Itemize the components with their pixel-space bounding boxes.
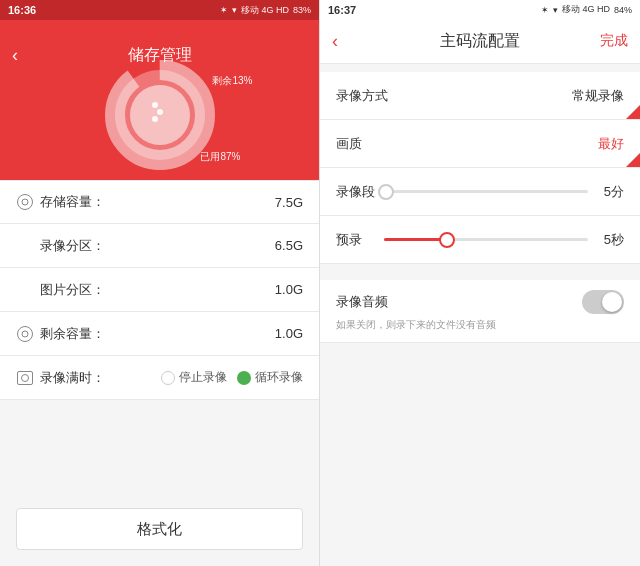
record-segment-row: 录像段 5分 — [320, 168, 640, 216]
remaining-icon — [16, 325, 34, 343]
quality-corner — [626, 153, 640, 167]
done-button[interactable]: 完成 — [600, 32, 628, 50]
record-segment-track[interactable] — [384, 190, 588, 193]
pre-record-track[interactable] — [384, 238, 588, 241]
quality-value: 最好 — [598, 135, 624, 153]
pre-record-fill — [384, 238, 445, 241]
right-header: 16:37 ✶ ▾ 移动 4G HD 84% ‹ 主码流配置 完成 — [320, 0, 640, 64]
left-header: 16:36 ✶ ▾ 移动 4G HD 83% ‹ 储存管理 — [0, 0, 319, 180]
left-back-button[interactable]: ‹ — [12, 45, 18, 66]
right-bluetooth-icon: ✶ — [541, 5, 549, 15]
battery-label: 83% — [293, 5, 311, 15]
top-divider — [320, 64, 640, 72]
svg-point-5 — [152, 116, 158, 122]
used-label: 已用87% — [200, 150, 240, 164]
photo-partition-row: 图片分区： 1.0G — [0, 268, 319, 312]
loop-record-radio-active[interactable] — [237, 371, 251, 385]
quality-row[interactable]: 画质 最好 — [320, 120, 640, 168]
right-page-title: 主码流配置 — [440, 31, 520, 52]
donut-ring — [105, 60, 215, 170]
right-back-button[interactable]: ‹ — [332, 31, 338, 52]
pre-record-thumb[interactable] — [439, 232, 455, 248]
wifi-icon: ▾ — [232, 5, 237, 15]
record-mode-corner — [626, 105, 640, 119]
right-network-label: 移动 4G HD — [562, 3, 610, 16]
when-full-label: 录像满时： — [40, 369, 161, 387]
format-button[interactable]: 格式化 — [16, 508, 303, 550]
remaining-label-text: 剩余容量： — [40, 325, 275, 343]
audio-top: 录像音频 — [336, 290, 624, 314]
record-segment-thumb[interactable] — [378, 184, 394, 200]
record-mode-label: 录像方式 — [336, 87, 572, 105]
pre-record-value: 5秒 — [596, 231, 624, 249]
svg-point-3 — [152, 102, 158, 108]
video-partition-value: 6.5G — [275, 238, 303, 253]
photo-partition-value: 1.0G — [275, 282, 303, 297]
left-status-bar: 16:36 ✶ ▾ 移动 4G HD 83% — [0, 0, 319, 20]
loop-record-option[interactable]: 循环录像 — [237, 369, 303, 386]
stop-record-option[interactable]: 停止录像 — [161, 369, 227, 386]
right-wifi-icon: ▾ — [553, 5, 558, 15]
pre-record-label: 预录 — [336, 231, 376, 249]
camera-record-icon — [16, 369, 34, 387]
donut-chart: 剩余13% 已用87% — [105, 70, 215, 170]
right-nav-bar: ‹ 主码流配置 完成 — [320, 20, 640, 63]
remaining-label: 剩余13% — [212, 74, 252, 88]
stop-record-label: 停止录像 — [179, 369, 227, 386]
audio-description: 如果关闭，则录下来的文件没有音频 — [336, 318, 624, 332]
donut-svg — [105, 60, 215, 170]
left-panel: 16:36 ✶ ▾ 移动 4G HD 83% ‹ 储存管理 — [0, 0, 320, 566]
record-mode-value: 常规录像 — [572, 87, 624, 105]
mid-divider — [320, 264, 640, 272]
toggle-knob — [602, 292, 622, 312]
stop-record-radio[interactable] — [161, 371, 175, 385]
video-partition-icon — [16, 237, 34, 255]
right-time: 16:37 — [328, 4, 356, 16]
photo-partition-icon — [16, 281, 34, 299]
storage-total-row: 存储容量： 7.5G — [0, 180, 319, 224]
photo-partition-label: 图片分区： — [40, 281, 275, 299]
audio-label: 录像音频 — [336, 293, 388, 311]
right-battery-label: 84% — [614, 5, 632, 15]
audio-toggle[interactable] — [582, 290, 624, 314]
right-content: 录像方式 常规录像 画质 最好 录像段 5分 预录 5秒 — [320, 64, 640, 566]
audio-row: 录像音频 如果关闭，则录下来的文件没有音频 — [320, 280, 640, 343]
video-partition-label: 录像分区： — [40, 237, 275, 255]
storage-chart-container: 剩余13% 已用87% — [0, 70, 319, 180]
storage-total-value: 7.5G — [275, 195, 303, 210]
format-section: 格式化 — [0, 492, 319, 566]
video-partition-row: 录像分区： 6.5G — [0, 224, 319, 268]
bluetooth-icon: ✶ — [220, 5, 228, 15]
record-mode-row[interactable]: 录像方式 常规录像 — [320, 72, 640, 120]
when-full-radio-group: 停止录像 循环录像 — [161, 369, 303, 386]
left-time: 16:36 — [8, 4, 36, 16]
svg-point-4 — [157, 109, 163, 115]
record-segment-label: 录像段 — [336, 183, 376, 201]
storage-info-list: 存储容量： 7.5G 录像分区： 6.5G 图片分区： 1.0G 剩余容量： 1… — [0, 180, 319, 492]
storage-total-icon — [16, 193, 34, 211]
left-status-icons: ✶ ▾ 移动 4G HD 83% — [220, 4, 311, 17]
record-segment-value: 5分 — [596, 183, 624, 201]
remaining-value: 1.0G — [275, 326, 303, 341]
right-status-icons: ✶ ▾ 移动 4G HD 84% — [541, 3, 632, 16]
remaining-row: 剩余容量： 1.0G — [0, 312, 319, 356]
quality-label: 画质 — [336, 135, 598, 153]
storage-total-label: 存储容量： — [40, 193, 275, 211]
right-panel: 16:37 ✶ ▾ 移动 4G HD 84% ‹ 主码流配置 完成 录像方式 常… — [320, 0, 640, 566]
pre-record-row: 预录 5秒 — [320, 216, 640, 264]
when-full-row: 录像满时： 停止录像 循环录像 — [0, 356, 319, 400]
right-status-bar: 16:37 ✶ ▾ 移动 4G HD 84% — [320, 0, 640, 20]
network-label: 移动 4G HD — [241, 4, 289, 17]
loop-record-label: 循环录像 — [255, 369, 303, 386]
